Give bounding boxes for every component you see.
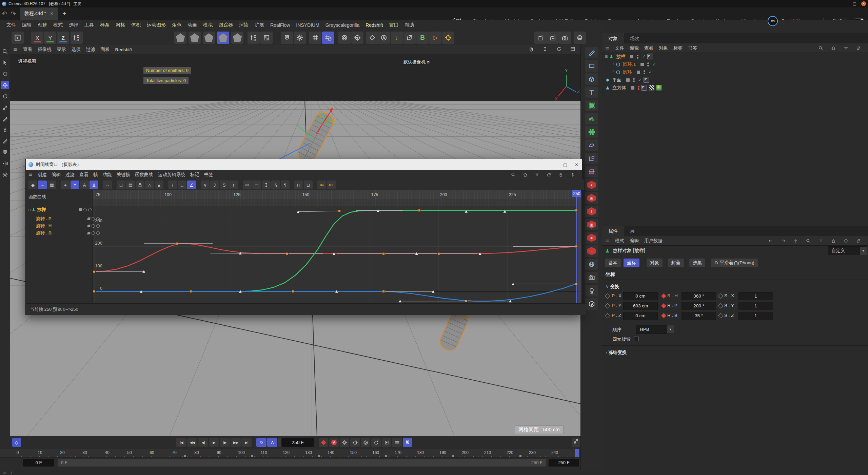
preset-dropdown[interactable]: 自定义▼ — [828, 246, 867, 255]
track-toggle-icon[interactable] — [92, 224, 95, 228]
am-popout-icon[interactable] — [853, 239, 864, 243]
keyframe[interactable] — [176, 242, 178, 245]
prev-frame-button[interactable]: ◀| — [198, 438, 208, 447]
param-field[interactable]: 1 — [738, 302, 773, 310]
tab-场次[interactable]: 场次 — [624, 33, 646, 43]
keyframe[interactable] — [292, 290, 294, 293]
tl-menu-过滤[interactable]: 过滤 — [63, 172, 77, 178]
spline-pen-icon[interactable] — [585, 47, 598, 58]
am-menu-用户数据[interactable]: 用户数据 — [642, 238, 665, 244]
vp-menu-查看[interactable]: 查看 — [20, 46, 35, 53]
maximize-icon[interactable]: ▢ — [563, 162, 567, 167]
am-up-icon[interactable] — [791, 239, 801, 243]
tl-updown-icon[interactable] — [568, 172, 577, 177]
fcurve-graph[interactable]: 751001251501752002253002001000250 — [26, 190, 581, 303]
axis-y-lock[interactable]: Y — [44, 32, 56, 44]
menu-体积[interactable]: 体积 — [128, 22, 144, 28]
object-row-平面[interactable]: 平面✓ — [602, 76, 868, 84]
rotation-order-dropdown[interactable]: HPB▼ — [636, 325, 674, 334]
minimize-button[interactable]: – — [846, 1, 848, 6]
layer-chip[interactable] — [626, 78, 630, 82]
menu-Redshift[interactable]: Redshift — [362, 22, 386, 28]
menu-RealFlow[interactable]: RealFlow — [267, 22, 293, 28]
model-mode-icon[interactable] — [174, 32, 186, 44]
keyframe[interactable] — [418, 209, 420, 212]
tl-tool-5-icon[interactable]: A — [80, 180, 89, 189]
menu-跟踪器[interactable]: 跟踪器 — [216, 22, 236, 28]
am-lock-icon[interactable] — [828, 239, 839, 243]
keyframe-diamond-on[interactable] — [661, 313, 667, 319]
st-camera-icon[interactable] — [585, 272, 598, 283]
om-menu-对象[interactable]: 对象 — [656, 45, 671, 51]
subdivision-surface-icon[interactable] — [585, 100, 598, 111]
am-menu-模式[interactable]: 模式 — [612, 238, 627, 244]
section-对象[interactable]: 对象 — [647, 259, 663, 267]
vp-menu-redshift[interactable]: Redshift — [113, 47, 135, 52]
redshift-volume-icon[interactable]: ~ — [585, 245, 598, 257]
menu-帮助[interactable]: 帮助 — [402, 22, 417, 28]
om-menu-编辑[interactable]: 编辑 — [627, 45, 642, 51]
record-rotation-button[interactable] — [371, 438, 381, 447]
keyframe[interactable] — [93, 290, 96, 293]
menu-模式[interactable]: 模式 — [50, 22, 66, 28]
layer-chip[interactable] — [637, 71, 640, 74]
keyframe[interactable] — [190, 290, 192, 293]
object-row-立方体[interactable]: 立方体 — [602, 84, 868, 92]
om-menu-icon[interactable] — [602, 46, 612, 51]
tl-tool-25-icon[interactable]: ⊓ — [294, 180, 303, 189]
object-row-放样[interactable]: ⊟放样✓ — [602, 53, 868, 60]
selection-box-icon[interactable] — [12, 32, 24, 44]
tl-tool-6-icon[interactable]: ♙ — [90, 180, 98, 189]
tl-tool-16-icon[interactable]: ∨ — [201, 180, 210, 189]
add-tab-button[interactable]: + — [58, 10, 71, 18]
track-icons[interactable] — [87, 224, 100, 228]
keyframe[interactable] — [286, 252, 288, 255]
tl-tool-19-icon[interactable]: r — [229, 180, 238, 189]
tl-tool-13-icon[interactable]: / — [168, 180, 177, 189]
track-mute-icon[interactable] — [87, 225, 91, 227]
layer-chip[interactable] — [630, 55, 633, 58]
flag-tag-icon[interactable] — [644, 77, 649, 83]
track-row-放样[interactable]: ⊟放样 — [26, 206, 94, 213]
track-mute-icon[interactable] — [87, 217, 91, 220]
magnet-tool-icon[interactable] — [1, 148, 9, 156]
redshift-camera-icon[interactable]: ▣ — [585, 219, 598, 230]
fcurve-mode-icon[interactable]: ~ — [38, 180, 47, 189]
current-frame-field[interactable]: 250 F — [281, 438, 314, 447]
modeling-axis-icon[interactable] — [585, 153, 598, 164]
track-mute-icon[interactable] — [87, 232, 91, 234]
keyframe[interactable] — [382, 290, 385, 293]
keyframe[interactable] — [575, 283, 577, 285]
snap-icon[interactable] — [281, 32, 293, 44]
tl-tool-12-icon[interactable]: ▲ — [155, 180, 163, 189]
keyframe[interactable] — [465, 300, 467, 302]
redshift-light-icon[interactable]: ! — [585, 206, 598, 217]
object-row-圆环[interactable]: └圆环✓ — [602, 68, 868, 76]
zoom-tool-icon[interactable] — [1, 48, 9, 56]
next-key-button[interactable]: ▶▶ — [231, 438, 241, 447]
pen-tool-icon[interactable] — [1, 115, 9, 123]
expander-icon[interactable]: ⊟ — [28, 208, 31, 212]
expander-icon[interactable]: ⊟ — [605, 55, 608, 58]
tab-属性[interactable]: 属性 — [602, 226, 624, 236]
workplane-grid-icon[interactable] — [309, 32, 321, 44]
keying-settings-button[interactable] — [340, 438, 349, 447]
transform-group[interactable]: ∨ 变换 — [606, 284, 619, 290]
section-选集[interactable]: 选集 — [689, 259, 705, 267]
undo-icon[interactable]: ↶ — [0, 10, 9, 18]
tl-tool-0-icon[interactable]: ◆ — [28, 180, 37, 189]
goto-start-button[interactable]: |◀ — [176, 438, 186, 447]
menu-工具[interactable]: 工具 — [81, 22, 97, 28]
enabled-check-icon[interactable]: ✓ — [649, 70, 652, 75]
quaternion-checkbox[interactable] — [634, 337, 639, 341]
track-icons[interactable] — [87, 217, 100, 221]
menu-窗口[interactable]: 窗口 — [386, 22, 402, 28]
om-search-icon[interactable] — [816, 46, 826, 51]
motext-icon[interactable] — [585, 87, 598, 98]
primitive-object-icon[interactable] — [585, 73, 598, 85]
am-menu-编辑[interactable]: 编辑 — [627, 238, 642, 244]
deformer-icon[interactable] — [585, 139, 598, 151]
select-tool-icon[interactable] — [1, 59, 9, 67]
visibility-dots[interactable] — [638, 86, 639, 90]
track-toggle-icon[interactable] — [96, 217, 100, 221]
